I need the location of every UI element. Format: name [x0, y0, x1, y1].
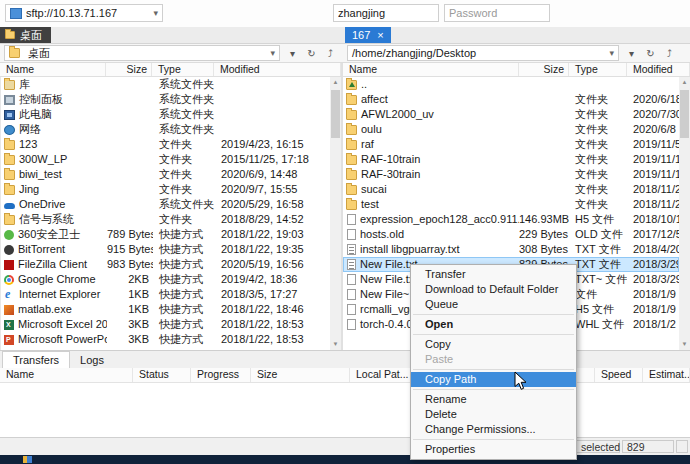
menu-item-copy[interactable]: Copy: [411, 337, 576, 352]
file-row[interactable]: 网络系统文件夹: [1, 122, 330, 137]
refresh-button[interactable]: ↻: [642, 45, 659, 61]
menu-item-paste[interactable]: Paste: [411, 352, 576, 367]
scroll-down-icon[interactable]: ▼: [330, 339, 341, 350]
column-header-type[interactable]: Type: [569, 63, 627, 76]
menu-item-queue[interactable]: Queue: [411, 297, 576, 312]
column-header-size[interactable]: Size: [519, 63, 569, 76]
file-row[interactable]: raf文件夹2019/11/5: [343, 137, 679, 152]
password-field[interactable]: [444, 4, 550, 22]
parent-directory-button[interactable]: ⤴: [322, 45, 339, 61]
folder-icon: [4, 155, 15, 165]
close-icon[interactable]: ×: [377, 30, 383, 40]
file-row[interactable]: Internet Explorer1KB快捷方式2018/3/5, 17:27: [1, 287, 330, 302]
transfers-column-estimat[interactable]: Estimat...: [643, 368, 690, 382]
file-row[interactable]: Google Chrome2KB快捷方式2019/4/2, 18:36: [1, 272, 330, 287]
parent-directory-button[interactable]: ⤴: [661, 45, 678, 61]
column-header-size[interactable]: Size: [106, 63, 152, 76]
scrollbar-thumb[interactable]: [331, 90, 340, 138]
file-name: Internet Explorer: [19, 287, 100, 302]
transfers-column-speed[interactable]: Speed: [595, 368, 643, 382]
file-row[interactable]: OneDrive系统文件夹2020/5/29, 16:58: [1, 197, 330, 212]
transfers-column-size[interactable]: Size: [251, 368, 350, 382]
local-toolbar-buttons: ▾ ↻ ⤴: [284, 45, 339, 61]
file-row[interactable]: RAF-10train文件夹2019/11/16: [343, 152, 679, 167]
transfers-column-name[interactable]: Name: [0, 368, 133, 382]
file-row[interactable]: Microsoft PowerPoint 20103KB快捷方式2018/1/2…: [1, 332, 330, 347]
menu-item-transfer[interactable]: Transfer: [411, 267, 576, 282]
scroll-up-icon[interactable]: ▲: [679, 77, 690, 88]
file-row[interactable]: install libgpuarray.txt308 BytesTXT 文件20…: [343, 242, 679, 257]
local-path-dropdown[interactable]: 桌面 ▾: [4, 45, 280, 61]
file-row[interactable]: BitTorrent915 Bytes快捷方式2018/1/22, 19:35: [1, 242, 330, 257]
file-name: 网络: [19, 122, 41, 137]
transfers-column-progress[interactable]: Progress: [191, 368, 251, 382]
menu-item-delete[interactable]: Delete: [411, 407, 576, 422]
menu-item-properties[interactable]: Properties: [411, 442, 576, 457]
file-row[interactable]: Microsoft Excel 20103KB快捷方式2018/1/22, 18…: [1, 317, 330, 332]
tab-transfers[interactable]: Transfers: [2, 351, 70, 368]
file-row[interactable]: test文件夹2018/11/28: [343, 197, 679, 212]
column-header-type[interactable]: Type: [152, 63, 214, 76]
dropdown-button[interactable]: ▾: [284, 45, 301, 61]
file-row[interactable]: 360安全卫士789 Bytes快捷方式2018/1/22, 19:03: [1, 227, 330, 242]
local-tab-label: 桌面: [20, 28, 42, 43]
file-row[interactable]: 此电脑系统文件夹: [1, 107, 330, 122]
file-row[interactable]: FileZilla Client983 Bytes快捷方式2020/5/19, …: [1, 257, 330, 272]
file-row[interactable]: 信号与系统文件夹2018/8/29, 14:52: [1, 212, 330, 227]
menu-item-download-to-default-folder[interactable]: Download to Default Folder: [411, 282, 576, 297]
transfers-column-status[interactable]: Status: [133, 368, 191, 382]
tab-logs[interactable]: Logs: [70, 352, 114, 368]
file-row[interactable]: matlab.exe1KB快捷方式2018/1/22, 18:46: [1, 302, 330, 317]
refresh-button[interactable]: ↻: [303, 45, 320, 61]
menu-separator: [413, 369, 574, 370]
file-type: 文件夹: [569, 137, 627, 152]
panel-tab-bar: 桌面 167 ×: [0, 27, 690, 44]
file-row[interactable]: 123文件夹2019/4/23, 16:15: [1, 137, 330, 152]
file-row[interactable]: sucai文件夹2018/11/2: [343, 182, 679, 197]
scrollbar-thumb[interactable]: [680, 90, 689, 138]
column-header-name[interactable]: Name: [0, 63, 106, 76]
dropdown-button[interactable]: ▾: [623, 45, 640, 61]
file-row[interactable]: 库系统文件夹: [1, 77, 330, 92]
menu-item-open[interactable]: Open: [411, 317, 576, 332]
local-scrollbar[interactable]: ▲ ▼: [330, 77, 341, 350]
file-row[interactable]: biwi_test文件夹2020/6/9, 14:48: [1, 167, 330, 182]
file-size: 1KB: [107, 287, 153, 302]
remote-session-tab[interactable]: 167 ×: [345, 27, 391, 43]
transfers-tab-bar: Transfers Logs: [0, 350, 690, 368]
local-panel-tab[interactable]: 桌面: [0, 27, 51, 43]
scroll-down-icon[interactable]: ▼: [679, 339, 690, 350]
file-row[interactable]: 控制面板系统文件夹: [1, 92, 330, 107]
scroll-up-icon[interactable]: ▲: [330, 77, 341, 88]
file-modified: 2020/5/29, 16:58: [215, 197, 330, 212]
file-row[interactable]: 300W_LP文件夹2015/11/25, 17:18: [1, 152, 330, 167]
app-ie-icon: [4, 290, 15, 300]
menu-item-change-permissions[interactable]: Change Permissions...: [411, 422, 576, 437]
remote-scrollbar[interactable]: ▲ ▼: [679, 77, 690, 350]
file-type: 快捷方式: [153, 242, 215, 257]
file-icon: [347, 214, 356, 225]
file-name: install libgpuarray.txt: [360, 242, 459, 257]
panel-splitter[interactable]: [341, 63, 343, 350]
folder-icon: [346, 185, 357, 195]
column-header-name[interactable]: Name: [343, 63, 519, 76]
menu-item-copy-path[interactable]: Copy Path: [411, 372, 576, 387]
file-row[interactable]: affect文件夹2020/6/18: [343, 92, 679, 107]
folder-icon: [346, 95, 357, 105]
file-name: RAF-10train: [361, 152, 420, 167]
file-row[interactable]: AFWL2000_uv文件夹2020/7/30: [343, 107, 679, 122]
column-header-modified[interactable]: Modified: [627, 63, 690, 76]
file-row[interactable]: expression_epoch128_acc0.911.h5146.93MBH…: [343, 212, 679, 227]
file-name: New File.txt: [360, 257, 417, 272]
menu-item-rename[interactable]: Rename: [411, 392, 576, 407]
file-row[interactable]: ..: [343, 77, 679, 92]
remote-path-dropdown[interactable]: /home/zhangjing/Desktop ▾: [347, 45, 619, 61]
file-row[interactable]: Jing文件夹2020/9/7, 15:55: [1, 182, 330, 197]
file-row[interactable]: RAF-30train文件夹2019/11/16: [343, 167, 679, 182]
session-address-combobox[interactable]: sftp://10.13.71.167 ▾: [5, 4, 163, 22]
file-modified: 2020/5/19, 16:56: [215, 257, 330, 272]
file-row[interactable]: hosts.old229 BytesOLD 文件2017/12/5: [343, 227, 679, 242]
column-header-modified[interactable]: Modified: [214, 63, 341, 76]
username-field[interactable]: [333, 4, 439, 22]
file-row[interactable]: oulu文件夹2020/6/8: [343, 122, 679, 137]
